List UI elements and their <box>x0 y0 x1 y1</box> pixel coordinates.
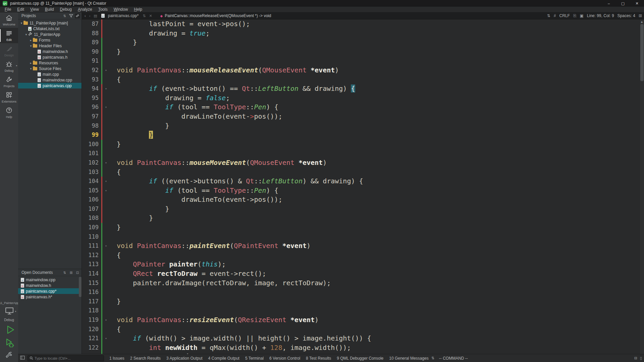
code-line[interactable]: 112{ <box>82 251 639 260</box>
chevron-down-icon[interactable]: ▾ <box>19 21 23 25</box>
editor-box-icon[interactable]: ▣ <box>580 13 584 18</box>
line-number[interactable]: 117 <box>82 297 101 306</box>
code-line[interactable]: 88 drawing = true; <box>82 29 639 38</box>
line-number[interactable]: 101 <box>82 149 101 158</box>
line-number[interactable]: 106 <box>82 195 101 204</box>
minimize-button[interactable]: – <box>602 0 616 7</box>
tree-item[interactable]: ▲CMakeLists.txt <box>18 26 82 32</box>
code-area[interactable]: 87 lastPoint = event->pos();88 drawing =… <box>82 19 639 354</box>
pane-sort-icon[interactable]: ⇅ <box>431 356 434 360</box>
sidebar-item-design[interactable]: Design <box>0 43 18 59</box>
panel-toggle-icon[interactable] <box>20 355 25 361</box>
output-pane-2-search-results[interactable]: 2 Search Results <box>130 356 161 361</box>
code-line[interactable]: 100} <box>82 140 639 149</box>
code-line[interactable]: 91 <box>82 56 639 66</box>
open-document-item[interactable]: hmainwindow.h <box>18 283 82 288</box>
chevron-right-icon[interactable]: ▸ <box>29 39 33 42</box>
code-line[interactable]: 90} <box>82 47 639 57</box>
tree-item[interactable]: cmain.cpp <box>18 71 82 77</box>
menu-help[interactable]: Help <box>131 7 145 12</box>
back-icon[interactable]: ‹ <box>84 14 87 18</box>
line-number[interactable]: 89 <box>82 38 101 47</box>
code-line[interactable]: 95 drawing = false; <box>82 94 639 103</box>
line-number[interactable]: 93 <box>82 75 101 84</box>
code-line[interactable]: 107 } <box>82 204 639 214</box>
line-number[interactable]: 88 <box>82 29 101 38</box>
code-line[interactable]: 111▾void PaintCanvas::paintEvent(QPaintE… <box>82 241 639 251</box>
run-button[interactable] <box>4 324 14 335</box>
line-number[interactable]: 121 <box>82 334 101 343</box>
code-line[interactable]: 102▾void PaintCanvas::mouseMoveEvent(QMo… <box>82 158 639 168</box>
code-line[interactable]: 99 } <box>82 130 639 140</box>
line-number[interactable]: 115 <box>82 279 101 288</box>
line-number[interactable]: 120 <box>82 325 101 334</box>
line-number[interactable]: 110 <box>82 232 101 242</box>
line-ending-indicator[interactable]: CRLF <box>559 13 570 18</box>
code-line[interactable]: 89 } <box>82 38 639 47</box>
menu-tools[interactable]: Tools <box>96 7 110 12</box>
line-number[interactable]: 113 <box>82 260 101 269</box>
link-with-editor-icon[interactable] <box>75 13 80 18</box>
editor-copy-icon[interactable]: ⎘ <box>573 13 577 18</box>
sidebar-item-extensions[interactable]: Extensions <box>0 89 18 105</box>
fold-marker-icon[interactable]: ▾ <box>102 177 110 186</box>
tree-item[interactable]: hmainwindow.h <box>18 49 82 54</box>
tab-dropdown-icon[interactable]: ⇅ <box>142 14 146 18</box>
filter-icon[interactable] <box>68 13 74 18</box>
tree-item[interactable]: ▾Source Files <box>18 66 82 71</box>
close-button[interactable]: ✕ <box>630 0 644 7</box>
code-line[interactable]: 114 QRect rectToDraw = event->rect(); <box>82 269 639 279</box>
open-document-item[interactable]: cmainwindow.cpp <box>18 277 82 283</box>
fold-marker-icon[interactable]: ▾ <box>102 315 110 325</box>
line-number[interactable]: 104 <box>82 177 101 186</box>
line-number[interactable]: 103 <box>82 168 101 177</box>
line-number[interactable]: 95 <box>82 94 101 103</box>
sidebar-item-help[interactable]: Help <box>0 105 18 120</box>
code-line[interactable]: 96▾ if (tool == ToolType::Pen) { <box>82 103 639 112</box>
code-line[interactable]: 115 painter.drawImage(rectToDraw, image,… <box>82 279 639 288</box>
output-pane-10-general-messages[interactable]: 10 General Messages <box>389 356 428 361</box>
symbol-dropdown[interactable]: ◆ PaintCanvas::mouseReleaseEvent(QMouseE… <box>160 13 271 18</box>
menu-debug[interactable]: Debug <box>57 7 74 12</box>
menu-view[interactable]: View <box>28 7 42 12</box>
scrollbar-up-icon[interactable]: ▲ <box>640 19 643 24</box>
line-number[interactable]: 116 <box>82 288 101 297</box>
kit-selector-button[interactable]: ▸ <box>4 307 14 316</box>
line-number[interactable]: 112 <box>82 251 101 260</box>
open-documents-scrollbar[interactable] <box>79 277 82 297</box>
scrollbar-thumb[interactable] <box>640 24 644 81</box>
spaces-indicator[interactable]: Spaces: 4 <box>618 13 635 18</box>
output-pane-5-terminal[interactable]: 5 Terminal <box>245 356 264 361</box>
open-document-item[interactable]: hpaintcanvas.h* <box>18 294 82 300</box>
sort-icon[interactable]: ⇅ <box>62 270 67 275</box>
build-button[interactable] <box>5 351 13 361</box>
split-editor-icon[interactable]: ⊞ <box>639 13 642 18</box>
code-line[interactable]: 105▾ if (tool == ToolType::Pen) { <box>82 186 639 195</box>
line-number[interactable]: 111 <box>82 241 101 251</box>
editor-tab[interactable]: c paintcanvas.cpp* <box>100 12 140 19</box>
editor-hash-icon[interactable]: # <box>554 13 556 18</box>
tree-item[interactable]: ▸Resources <box>18 60 82 66</box>
code-line[interactable]: 93{ <box>82 75 639 84</box>
line-number[interactable]: 99 <box>82 130 101 140</box>
forward-icon[interactable]: › <box>89 14 91 18</box>
close-doc-icon[interactable]: ⊡ <box>75 270 80 275</box>
editor-scrollbar[interactable]: ▲ <box>639 19 644 354</box>
sidebar-item-welcome[interactable]: Welcome <box>0 12 18 28</box>
document-menu-icon[interactable]: ▤ <box>93 14 98 18</box>
line-number[interactable]: 100 <box>82 140 101 149</box>
output-pane-6-version-control[interactable]: 6 Version Control <box>269 356 300 361</box>
debug-run-button[interactable] <box>4 337 14 349</box>
right-sidebar-toggle-icon[interactable]: ▯ <box>640 356 642 360</box>
line-number[interactable]: 94 <box>82 84 101 94</box>
code-line[interactable]: 98 } <box>82 121 639 131</box>
fold-marker-icon[interactable]: ▾ <box>102 103 110 112</box>
code-line[interactable]: 110 <box>82 232 639 242</box>
code-line[interactable]: 119▾void PaintCanvas::resizeEvent(QResiz… <box>82 315 639 325</box>
line-number[interactable]: 96 <box>82 103 101 112</box>
sort-icon[interactable]: ⇅ <box>62 13 67 18</box>
editor-sort-icon[interactable]: ⇅ <box>547 13 550 18</box>
code-line[interactable]: 104▾ if ((event->buttons() & Qt::LeftBut… <box>82 177 639 186</box>
fold-marker-icon[interactable]: ▾ <box>102 158 110 168</box>
output-pane-1-issues[interactable]: 1 Issues <box>109 356 124 361</box>
